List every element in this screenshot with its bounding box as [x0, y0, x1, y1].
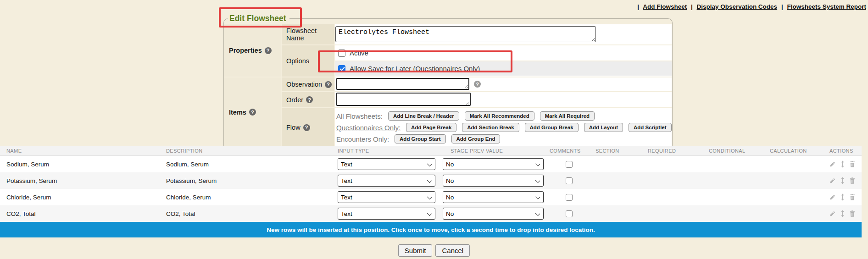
- link-separator: |: [637, 3, 639, 10]
- flowsheet-items-table: NAME DESCRIPTION INPUT TYPE STAGE PREV V…: [0, 146, 862, 237]
- input-type-select[interactable]: Text: [338, 208, 435, 220]
- row-actions: [826, 177, 862, 184]
- move-up-down-icon[interactable]: [840, 193, 845, 201]
- move-up-down-icon[interactable]: [840, 210, 845, 217]
- row-actions: [826, 160, 862, 168]
- page-title: Edit Flowsheet: [228, 14, 289, 23]
- insert-position-bar[interactable]: New rows will be inserted at this positi…: [0, 222, 862, 237]
- col-header-input-type: INPUT TYPE: [334, 148, 436, 154]
- all-flowsheets-label: All Flowsheets:: [336, 112, 383, 120]
- col-header-comments: COMMENTS: [546, 148, 592, 154]
- comments-checkbox[interactable]: [566, 194, 573, 201]
- comments-checkbox[interactable]: [566, 210, 573, 217]
- cancel-button[interactable]: Cancel: [435, 244, 470, 257]
- item-description: Sodium, Serum: [162, 161, 334, 168]
- properties-group-label: Properties ?: [224, 24, 281, 77]
- order-input[interactable]: [336, 93, 471, 106]
- stage-prev-value-select[interactable]: No: [443, 191, 544, 203]
- table-row: CO2, Total CO2, Total Text No: [0, 205, 862, 222]
- submit-button[interactable]: Submit: [398, 244, 433, 257]
- active-checkbox-label: Active: [350, 49, 368, 57]
- add-group-start-button[interactable]: Add Group Start: [395, 134, 445, 143]
- table-row: Potassium, Serum Potassium, Serum Text N…: [0, 172, 862, 189]
- delete-trash-icon[interactable]: [850, 160, 855, 168]
- col-header-name: NAME: [0, 148, 162, 154]
- edit-pencil-icon[interactable]: [829, 210, 835, 217]
- input-type-select[interactable]: Text: [338, 175, 435, 187]
- add-line-break-header-button[interactable]: Add Line Break / Header: [388, 111, 459, 121]
- link-separator: |: [691, 3, 693, 10]
- add-flowsheet-link[interactable]: Add Flowsheet: [643, 3, 687, 10]
- table-header-row: NAME DESCRIPTION INPUT TYPE STAGE PREV V…: [0, 146, 862, 156]
- mark-all-recommended-button[interactable]: Mark All Recommended: [465, 111, 534, 121]
- item-name: Chloride, Serum: [0, 194, 162, 201]
- input-type-select[interactable]: Text: [338, 158, 435, 170]
- add-section-break-button[interactable]: Add Section Break: [462, 123, 519, 132]
- item-name: CO2, Total: [0, 210, 162, 217]
- flow-help-icon[interactable]: ?: [303, 124, 310, 131]
- order-label: Order ?: [282, 92, 334, 107]
- col-header-section: SECTION: [592, 148, 644, 154]
- item-name: Sodium, Serum: [0, 161, 162, 168]
- flowsheet-name-input[interactable]: [335, 26, 596, 42]
- delete-trash-icon[interactable]: [850, 193, 855, 201]
- stage-prev-value-select[interactable]: No: [443, 175, 544, 187]
- edit-pencil-icon[interactable]: [829, 177, 835, 184]
- add-layout-button[interactable]: Add Layout: [584, 123, 623, 132]
- order-help-icon[interactable]: ?: [306, 96, 313, 103]
- flowsheet-name-label: Flowsheet Name: [282, 24, 334, 44]
- col-header-stage-prev-value: STAGE PREV VALUE: [436, 148, 546, 154]
- add-group-break-button[interactable]: Add Group Break: [525, 123, 579, 132]
- table-row: Chloride, Serum Chloride, Serum Text No: [0, 189, 862, 205]
- edit-pencil-icon[interactable]: [829, 194, 835, 201]
- stage-prev-value-select[interactable]: No: [443, 158, 544, 170]
- items-help-icon[interactable]: ?: [249, 109, 256, 116]
- allow-save-checkbox[interactable]: [338, 65, 345, 72]
- allow-save-checkbox-label: Allow Save for Later (Questionnaires Onl…: [350, 65, 480, 72]
- observation-label: Observation ?: [282, 77, 334, 91]
- questionnaires-only-label: Questionnaires Only:: [336, 124, 401, 132]
- col-header-description: DESCRIPTION: [162, 148, 334, 154]
- top-nav: | Add Flowsheet | Display Observation Co…: [635, 3, 866, 10]
- row-actions: [826, 210, 862, 217]
- stage-prev-value-select[interactable]: No: [443, 208, 544, 220]
- display-observation-codes-link[interactable]: Display Observation Codes: [697, 3, 778, 10]
- option-active-row: Active: [335, 45, 672, 61]
- observation-input[interactable]: [336, 78, 469, 90]
- flowsheets-system-report-link[interactable]: Flowsheets System Report: [787, 3, 866, 10]
- add-page-break-button[interactable]: Add Page Break: [406, 123, 456, 132]
- active-checkbox[interactable]: [338, 50, 345, 57]
- flow-questionnaires-row: Questionnaires Only: Add Page Break Add …: [336, 123, 672, 132]
- properties-help-icon[interactable]: ?: [265, 47, 272, 54]
- add-group-end-button[interactable]: Add Group End: [451, 134, 501, 143]
- input-type-select[interactable]: Text: [338, 191, 435, 203]
- observation-help-icon[interactable]: ?: [325, 81, 332, 88]
- row-actions: [826, 193, 862, 201]
- item-description: CO2, Total: [162, 210, 334, 217]
- table-row: Sodium, Serum Sodium, Serum Text No: [0, 156, 862, 172]
- item-description: Potassium, Serum: [162, 177, 334, 184]
- flow-all-flowsheets-row: All Flowsheets: Add Line Break / Header …: [336, 111, 672, 121]
- option-allow-save-row: Allow Save for Later (Questionnaires Onl…: [335, 61, 672, 76]
- col-header-conditional: CONDITIONAL: [705, 148, 766, 154]
- move-up-down-icon[interactable]: [840, 160, 845, 168]
- comments-checkbox[interactable]: [566, 161, 573, 168]
- comments-checkbox[interactable]: [566, 177, 573, 184]
- move-up-down-icon[interactable]: [840, 177, 845, 184]
- options-label: Options: [282, 45, 334, 77]
- link-separator: |: [781, 3, 783, 10]
- edit-pencil-icon[interactable]: [829, 161, 835, 168]
- col-header-calculation: CALCULATION: [766, 148, 826, 154]
- footer-actions: Submit Cancel: [0, 244, 868, 257]
- item-name: Potassium, Serum: [0, 177, 162, 184]
- col-header-actions: ACTIONS: [826, 148, 862, 154]
- delete-trash-icon[interactable]: [850, 177, 855, 184]
- add-scriptlet-button[interactable]: Add Scriptlet: [629, 123, 672, 132]
- edit-flowsheet-form: Edit Flowsheet Properties ? Items ? Flow…: [223, 14, 637, 150]
- encounters-only-label: Encounters Only:: [336, 135, 389, 143]
- item-description: Chloride, Serum: [162, 194, 334, 201]
- col-header-required: REQUIRED: [644, 148, 705, 154]
- observation-input-help-icon[interactable]: ?: [474, 81, 481, 88]
- mark-all-required-button[interactable]: Mark All Required: [540, 111, 595, 121]
- delete-trash-icon[interactable]: [850, 210, 855, 217]
